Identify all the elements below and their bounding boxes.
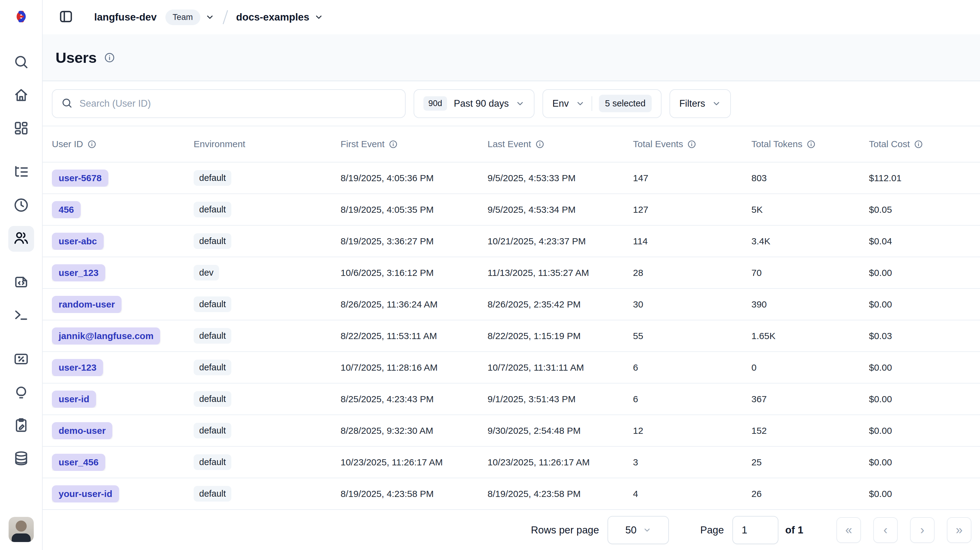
user-avatar[interactable] — [9, 517, 34, 542]
project-chevron-down-icon[interactable] — [314, 13, 323, 22]
sidebar-item-users[interactable] — [8, 226, 34, 252]
table-row[interactable]: demo-user default 8/28/2025, 9:32:30 AM … — [43, 415, 980, 447]
layout-grid-icon — [13, 120, 29, 137]
list-tree-icon — [13, 164, 29, 181]
total-tokens-cell: 390 — [751, 299, 869, 310]
total-tokens-cell: 3.4K — [751, 236, 869, 246]
total-cost-cell: $0.05 — [869, 204, 980, 215]
user-id-cell: 456 — [52, 201, 194, 218]
column-header-user-id: User ID — [52, 139, 194, 149]
table-row[interactable]: user-id default 8/25/2025, 4:23:43 PM 9/… — [43, 384, 980, 415]
org-chevron-down-icon[interactable] — [205, 13, 215, 22]
first-page-button[interactable]: « — [837, 517, 861, 543]
table-row[interactable]: user-abc default 8/19/2025, 3:36:27 PM 1… — [43, 226, 980, 257]
page-number-input[interactable] — [732, 516, 778, 544]
environment-badge: default — [194, 328, 231, 344]
last-event-cell: 9/5/2025, 4:53:34 PM — [488, 204, 633, 215]
user-id-badge[interactable]: user-5678 — [52, 170, 108, 187]
first-event-cell: 8/19/2025, 4:05:35 PM — [340, 204, 488, 215]
page-title: Users — [56, 49, 97, 66]
next-page-button[interactable]: › — [910, 517, 935, 543]
last-page-button[interactable]: » — [947, 517, 971, 543]
table-row[interactable]: 456 default 8/19/2025, 4:05:35 PM 9/5/20… — [43, 194, 980, 226]
table-row[interactable]: user-123 default 10/7/2025, 11:28:16 AM … — [43, 352, 980, 384]
column-header-total-events: Total Events — [633, 139, 751, 149]
org-name[interactable]: langfuse-dev — [94, 11, 157, 23]
table-row[interactable]: user-5678 default 8/19/2025, 4:05:36 PM … — [43, 162, 980, 194]
info-icon[interactable] — [914, 140, 923, 149]
user-id-badge[interactable]: 456 — [52, 201, 81, 218]
total-tokens-cell: 5K — [751, 204, 869, 215]
rows-per-page-value: 50 — [625, 524, 637, 536]
page-title-info-icon[interactable] — [104, 52, 115, 63]
previous-page-button[interactable]: ‹ — [873, 517, 898, 543]
user-id-cell: user-id — [52, 391, 194, 408]
project-name[interactable]: docs-examples — [236, 11, 309, 23]
chevron-down-icon — [712, 99, 721, 108]
filters-button[interactable]: Filters — [670, 89, 731, 118]
total-events-cell: 4 — [633, 489, 751, 499]
sidebar-item-dashboards[interactable] — [8, 116, 34, 142]
user-id-badge[interactable]: your-user-id — [52, 485, 119, 502]
user-id-badge[interactable]: user-123 — [52, 359, 103, 376]
sidebar-item-annotation[interactable] — [8, 413, 34, 439]
sidebar-item-insights[interactable] — [8, 380, 34, 406]
environment-filter-button[interactable]: Env 5 selected — [542, 89, 662, 118]
rows-per-page-select[interactable]: 50 — [608, 516, 669, 544]
user-id-badge[interactable]: demo-user — [52, 422, 112, 439]
total-events-cell: 30 — [633, 299, 751, 310]
total-cost-cell: $0.00 — [869, 299, 980, 310]
clipboard-pen-icon — [13, 417, 29, 434]
environment-cell: default — [194, 328, 340, 344]
info-icon[interactable] — [535, 140, 544, 149]
percent-card-icon — [13, 351, 29, 368]
user-id-badge[interactable]: jannik@langfuse.com — [52, 327, 160, 345]
info-icon[interactable] — [807, 140, 816, 149]
search-input[interactable] — [80, 98, 396, 109]
total-cost-cell: $0.03 — [869, 331, 980, 341]
last-event-cell: 8/19/2025, 4:23:58 PM — [488, 489, 633, 499]
date-range-button[interactable]: 90d Past 90 days — [414, 89, 535, 118]
search-box — [52, 89, 406, 118]
sidebar-item-sessions[interactable] — [8, 193, 34, 219]
user-id-badge[interactable]: user_456 — [52, 454, 105, 471]
info-icon[interactable] — [687, 140, 696, 149]
info-icon[interactable] — [389, 140, 398, 149]
total-tokens-cell: 1.65K — [751, 331, 869, 341]
user-id-badge[interactable]: user-abc — [52, 233, 104, 250]
user-id-badge[interactable]: user_123 — [52, 264, 105, 281]
total-cost-cell: $0.00 — [869, 268, 980, 278]
user-id-cell: user_456 — [52, 454, 194, 471]
database-icon — [13, 450, 29, 468]
sidebar-item-playground[interactable] — [8, 303, 34, 329]
chevron-down-icon — [576, 99, 585, 108]
table-row[interactable]: jannik@langfuse.com default 8/22/2025, 1… — [43, 320, 980, 352]
environment-badge: default — [194, 454, 231, 470]
last-event-cell: 11/13/2025, 11:35:27 AM — [488, 268, 633, 278]
sidebar-item-home[interactable] — [8, 83, 34, 109]
sidebar-item-evaluation[interactable] — [8, 347, 34, 372]
sidebar-item-search[interactable] — [8, 50, 34, 75]
sidebar-item-prompts[interactable] — [8, 270, 34, 296]
sidebar — [0, 0, 43, 550]
table-row[interactable]: user_123 dev 10/6/2025, 3:16:12 PM 11/13… — [43, 257, 980, 289]
first-event-cell: 8/22/2025, 11:53:11 AM — [340, 331, 488, 341]
sidebar-item-datasets[interactable] — [8, 446, 34, 472]
env-label: Env — [552, 98, 568, 109]
langfuse-logo[interactable] — [0, 0, 42, 34]
table-row[interactable]: user_456 default 10/23/2025, 11:26:17 AM… — [43, 447, 980, 478]
table-row[interactable]: your-user-id default 8/19/2025, 4:23:58 … — [43, 478, 980, 510]
user-id-cell: user-abc — [52, 233, 194, 250]
environment-badge: default — [194, 360, 231, 375]
last-event-cell: 10/21/2025, 4:23:37 PM — [488, 236, 633, 246]
env-selected-badge: 5 selected — [599, 95, 652, 112]
user-id-badge[interactable]: user-id — [52, 391, 96, 408]
environment-badge: default — [194, 423, 231, 438]
environment-cell: default — [194, 202, 340, 217]
info-icon[interactable] — [88, 140, 96, 149]
user-id-badge[interactable]: random-user — [52, 296, 121, 313]
sidebar-toggle-button[interactable] — [58, 9, 74, 26]
sidebar-item-tracing[interactable] — [8, 160, 34, 185]
filter-toolbar: 90d Past 90 days Env 5 selected Filters — [43, 81, 980, 126]
table-row[interactable]: random-user default 8/26/2025, 11:36:24 … — [43, 289, 980, 320]
